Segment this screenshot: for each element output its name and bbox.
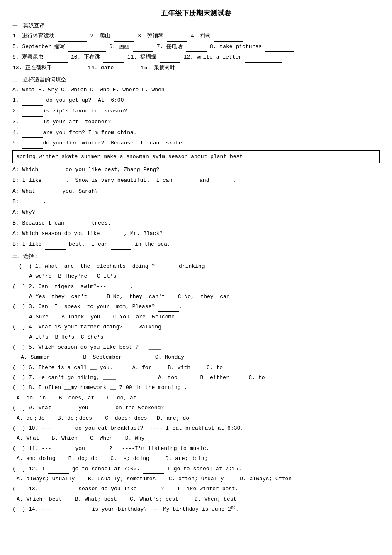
section1-header: 一、英汉互译: [12, 22, 380, 29]
s2-q2: 2. is zip's favorite season?: [12, 106, 380, 117]
s3-q1: ( ) 1. what are the elephants doing ? dr…: [12, 262, 380, 271]
blank-3-1: [47, 57, 68, 63]
blank-1-4: [214, 36, 243, 42]
s3-q5-opts: A. Summer B. September C. Monday: [21, 352, 380, 362]
blank-3-3: [160, 57, 180, 63]
translation-line-1: 1. 进行体育运动 2. 爬山 3. 弹钢琴 4. 种树: [12, 31, 380, 42]
s3-q5: ( ) 5. Which season do you like best ? _…: [12, 342, 380, 352]
s3-q2: ( ) 2. Can tigers swim?--- .: [12, 282, 380, 291]
s2b-8: B: I like best. I can in the sea.: [12, 240, 380, 250]
s2b-1: A: Which do you like best, Zhang Peng?: [12, 165, 380, 175]
blank-2-1: [68, 46, 106, 52]
blank-1-1: [58, 36, 87, 42]
translation-line-4: 13. 正在荡秋千 14. date 15. 采摘树叶: [12, 63, 380, 73]
s3-q4-opts: A It's B He's C She's: [29, 333, 380, 342]
s2b-5: A: Why?: [12, 208, 380, 218]
section3-header: 三、选择：: [12, 252, 380, 260]
blank-4-1: [56, 68, 85, 73]
s3-q11: ( ) 11. --- you ? ----I'm listening to m…: [12, 444, 380, 453]
s3-q6: ( ) 6. There is a call __ you. A. for B.…: [12, 363, 380, 372]
s3-q14: ( ) 14. --- is your birthday? ---My birt…: [12, 504, 380, 514]
s2b-2: B: I like . Snow is very beautiful. I ca…: [12, 176, 380, 186]
s2-q4: 4. are you from? I'm from china.: [12, 128, 380, 138]
s2b-6: B: Because I can trees.: [12, 218, 380, 229]
blank-3-2: [103, 57, 124, 63]
blank-3-4: [245, 57, 282, 63]
s3-q13: ( ) 13. --- season do you like ? ---I li…: [12, 484, 380, 494]
s3-q12: ( ) 12. I go to school at 7:00. I go to …: [12, 464, 380, 474]
section2-header: 二、选择适当的词填空: [12, 76, 380, 83]
s3-q12-opts: A. always; Usually B. usually; sometimes…: [17, 474, 380, 484]
blank-4-2: [117, 68, 138, 73]
s3-q9: ( ) 9. What you on the weekend?: [12, 403, 380, 413]
s2b-7: A: Which season do you like , Mr. Black?: [12, 229, 380, 239]
s3-q9-opts: A. do；do B. do；does C. does; does D. are…: [17, 413, 380, 423]
blank-1-3: [167, 36, 187, 42]
s3-q3-opts: A Sure B Thank you C You are welcome: [29, 312, 380, 322]
s3-q8-opts: A. do, in B. does, at C. do, at: [17, 393, 380, 403]
s2b-4: B: .: [12, 197, 380, 207]
s3-q13-opts: A. Which; best B. What; best C. What's; …: [17, 494, 380, 504]
s2-q3: 3. is your art teacher?: [12, 117, 380, 127]
word-bank: spring winter skate summer make a snowma…: [12, 150, 380, 163]
s2-q1: 1. do you get up? At 6:00: [12, 95, 380, 106]
blank-2-3: [186, 46, 207, 52]
section2-choices: A. What B. why C. which D. who E. where …: [12, 85, 380, 95]
s3-q4: ( ) 4. What is your father doing? ____wa…: [12, 322, 380, 332]
blank-4-3: [179, 68, 200, 73]
page-title: 五年级下册期末测试卷: [12, 8, 380, 18]
s2-q5: 5. do you like winter? Because I can ska…: [12, 138, 380, 149]
s3-q11-opts: A. am; doing B. do; do C. is; doing D. a…: [17, 454, 380, 463]
s3-q3: ( ) 3. Can I speak to your mom, Please? …: [12, 302, 380, 311]
s2b-3: A: What you, Sarah?: [12, 186, 380, 197]
translation-line-2: 5. September 缩写 6. 画画 7. 接电话 8. take pic…: [12, 42, 380, 52]
s3-q10: ( ) 10. --- do you eat breakfast? ---- I…: [12, 423, 380, 433]
superscript-nd: nd: [231, 506, 236, 510]
blank-2-2: [133, 46, 153, 52]
s3-q7: ( ) 7. He can't go hiking, ____ A. too B…: [12, 373, 380, 382]
blank-2-4: [265, 46, 294, 52]
s3-q8: ( ) 8. I often __my homework __ 7:00 in …: [12, 383, 380, 392]
s3-q2-opts: A Yes they can't B No, they can't C No, …: [29, 292, 380, 301]
s3-q1-opts: A we're B They're C It's: [29, 271, 380, 281]
blank-1-2: [114, 36, 134, 42]
s3-q10-opts: A. What B. Which C. When D. Why: [17, 433, 380, 443]
translation-line-3: 9. 观察昆虫 10. 正在跳 11. 捉蝴蝶 12. write a lett…: [12, 52, 380, 63]
